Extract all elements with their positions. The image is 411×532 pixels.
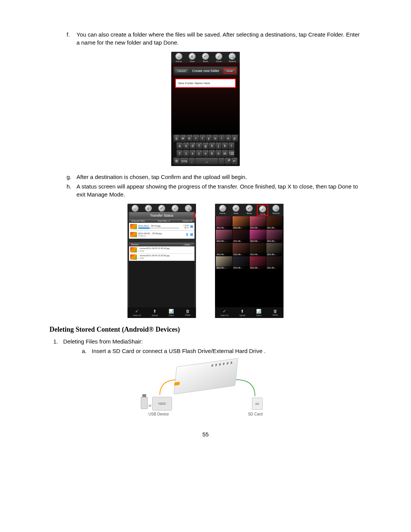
gallery-thumbnail[interactable]: 2011-06-... [233, 243, 249, 256]
key-x[interactable]: x7 [190, 150, 196, 157]
close-button-highlighted[interactable]: ✕ [194, 213, 196, 218]
key-t[interactable]: t2 [199, 135, 206, 142]
key-m[interactable]: m [222, 150, 228, 157]
gallery-thumbnail[interactable]: 2011-06-... [216, 256, 232, 269]
key-u[interactable]: u- [212, 135, 218, 142]
back-button[interactable]: ↶Back [244, 205, 255, 216]
key-v[interactable]: v9 [202, 150, 209, 157]
key-l[interactable]: l [228, 142, 234, 149]
key-p[interactable]: p [232, 135, 238, 142]
cancel-icon[interactable]: ✖ [190, 224, 193, 229]
key-i[interactable]: i [219, 135, 225, 142]
key-period[interactable]: . [218, 158, 225, 165]
gallery-thumbnail[interactable]: 2011-06-... [216, 230, 232, 243]
home-button[interactable]: ⌂ [129, 205, 141, 212]
key-g[interactable]: g5 [202, 142, 209, 149]
key-s[interactable]: s& [183, 142, 189, 149]
step-text: Deleting Files from MediaShair: [63, 337, 143, 345]
cancel-button[interactable]: Cancel [175, 69, 188, 73]
gallery-thumbnail[interactable]: 2011-06-... [250, 216, 266, 229]
search-button[interactable]: 🔍Search [270, 205, 282, 216]
usb-port-icon [174, 382, 180, 386]
hdd-icon: HDD [152, 397, 172, 411]
clear-button[interactable]: Clear [182, 243, 192, 246]
select-all-button[interactable]: ✓Select All [220, 309, 228, 316]
thumbnail-label: 2011-06-... [233, 266, 249, 269]
view-button[interactable]: ≡View [230, 205, 242, 216]
key-sym[interactable]: SYM [180, 158, 188, 165]
keyboard[interactable]: qENw@e#r1t2y3u-iop as&d$f4g5h6jkl ⇧zx7c8… [171, 134, 240, 166]
key-r[interactable]: r1 [193, 135, 199, 142]
key-d[interactable]: d$ [190, 142, 196, 149]
gallery-thumbnail[interactable]: 2011-06-... [250, 243, 266, 256]
gallery-thumbnail[interactable]: 2011-06-... [233, 230, 249, 243]
gallery-thumbnail[interactable]: 2011-06-... [216, 216, 232, 229]
done-button-highlighted[interactable]: ✓Done [257, 205, 268, 216]
toolbar: ⌂ ≡ ↶ ✓ 🔍 [127, 204, 196, 212]
key-j[interactable]: j [215, 142, 221, 149]
key-e[interactable]: e# [186, 135, 193, 142]
status-button[interactable]: 📊Status [256, 309, 261, 316]
search-button[interactable]: 🔍 [183, 205, 194, 212]
key-o[interactable]: o [225, 135, 231, 142]
gallery-thumbnail[interactable]: 2011-06-... [250, 230, 266, 243]
key-y[interactable]: y3 [206, 135, 212, 142]
key-comma[interactable]: , [189, 158, 195, 165]
done-button[interactable]: ✓ [169, 205, 181, 212]
status-icon: 📊 [169, 309, 174, 314]
select-all-button[interactable]: ✓Select All [133, 309, 141, 316]
page-number: 55 [49, 431, 362, 438]
gallery-thumbnail[interactable]: 2011-06-... [216, 243, 232, 256]
gallery-grid[interactable]: 2011-06-...2011-06-...2011-06-...2011-06… [215, 216, 284, 307]
step-f: f. You can also create a folder where th… [49, 30, 362, 46]
upload-button[interactable]: ⬆Upload [239, 309, 245, 316]
key-z[interactable]: z [183, 150, 189, 157]
folder-name-input[interactable]: New Folder Name Here [175, 78, 236, 88]
back-button[interactable]: ↶ [156, 205, 167, 212]
key-⌫[interactable]: ⌫ [228, 150, 234, 157]
done-button[interactable]: ✓Done [213, 53, 225, 62]
key-⇧[interactable]: ⇧ [177, 150, 183, 157]
key-settings[interactable]: ⚙ [174, 158, 180, 165]
delete-button[interactable]: 🗑Delete [185, 309, 190, 316]
key-h[interactable]: h6 [209, 142, 215, 149]
back-button[interactable]: ↶Back [200, 53, 211, 62]
key-a[interactable]: a [177, 142, 183, 149]
thumbnail-label: 2011-06-... [216, 266, 232, 269]
delete-button[interactable]: 🗑Delete [272, 309, 278, 316]
status-button[interactable]: 📊Status [169, 309, 174, 316]
key-enter[interactable]: ↵ [231, 158, 237, 165]
key-w[interactable]: w@ [180, 135, 186, 142]
home-button[interactable]: ⌂Home [217, 205, 228, 216]
view-button[interactable]: ≡View [186, 53, 198, 62]
sd-card-icon: SD [252, 398, 263, 410]
key-q[interactable]: qEN [174, 135, 180, 142]
home-button[interactable]: ⌂Home [173, 53, 185, 62]
gallery-thumbnail[interactable]: 2011-06-... [266, 230, 283, 243]
key-f[interactable]: f4 [196, 142, 202, 149]
delete-all-button[interactable]: Delete All [183, 220, 192, 222]
key-k[interactable]: k [222, 142, 228, 149]
gallery-thumbnail[interactable]: 2011-06-... [233, 256, 249, 269]
key-space[interactable]: ⎵ [195, 158, 218, 165]
key-c[interactable]: c8 [196, 150, 202, 157]
screenshot-transfer-gallery: ⌂ ≡ ↶ ✓ 🔍 Transfer Status ✕ Queued Files… [49, 204, 362, 318]
key-b[interactable]: b0 [209, 150, 215, 157]
key-mic[interactable]: 🎤 [225, 158, 231, 165]
gallery-thumbnail[interactable]: 2011-06-... [250, 256, 266, 269]
step-g: g. After a destination is chosen, tap Co… [49, 173, 362, 181]
search-button[interactable]: 🔍Search [226, 53, 238, 62]
queued-header: Queued Files Total files: 2 Delete All [129, 219, 194, 223]
gallery-thumbnail[interactable]: 2011-06-... [266, 256, 283, 269]
done-button-highlighted[interactable]: Done [223, 68, 236, 74]
key-n[interactable]: n [215, 150, 221, 157]
upload-button[interactable]: ⬆Upload [152, 309, 158, 316]
view-button[interactable]: ≡ [143, 205, 154, 212]
marker: g. [67, 173, 76, 181]
done-icon: ✓ [215, 53, 222, 60]
router-icon [174, 358, 238, 395]
cancel-icon[interactable]: ✖ [190, 232, 193, 237]
gallery-thumbnail[interactable]: 2011-06-... [266, 216, 283, 229]
gallery-thumbnail[interactable]: 2011-06-... [233, 216, 249, 229]
gallery-thumbnail[interactable]: 2011-06-... [266, 243, 283, 256]
